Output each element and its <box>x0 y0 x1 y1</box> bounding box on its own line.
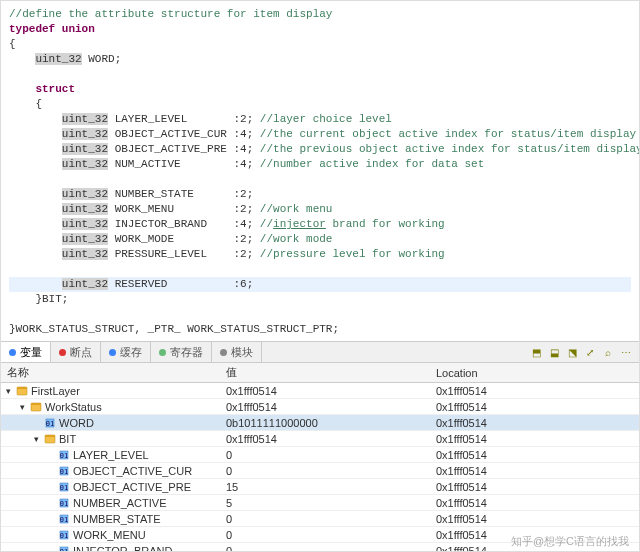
code-comment: //work mode <box>260 233 333 245</box>
svg-text:01: 01 <box>46 420 54 428</box>
code-type: uint_32 <box>62 203 108 215</box>
table-row[interactable]: 01OBJECT_ACTIVE_CUR00x1fff0514 <box>1 463 639 479</box>
row-value[interactable]: 0x1fff0514 <box>226 385 436 397</box>
code-comment: //define the attribute structure for ite… <box>9 8 332 20</box>
toolbar-icon[interactable]: ⋯ <box>619 345 633 359</box>
row-value[interactable]: 0 <box>226 465 436 477</box>
column-value[interactable]: 值 <box>226 365 436 380</box>
svg-text:01: 01 <box>60 484 68 492</box>
code-bits: :2; <box>233 203 259 215</box>
code-comment: //pressure level for working <box>260 248 445 260</box>
struct-icon <box>43 433 57 445</box>
code-type: uint_32 <box>62 188 108 200</box>
row-value[interactable]: 0 <box>226 529 436 541</box>
table-row[interactable]: ▾WorkStatus0x1fff05140x1fff0514 <box>1 399 639 415</box>
svg-text:01: 01 <box>60 452 68 460</box>
row-value[interactable]: 5 <box>226 497 436 509</box>
svg-rect-7 <box>45 435 55 437</box>
twisty-icon[interactable]: ▾ <box>15 402 29 412</box>
row-value[interactable]: 0b1011111000000 <box>226 417 436 429</box>
tab-registers[interactable]: 寄存器 <box>151 342 212 362</box>
row-name: FirstLayer <box>31 385 80 397</box>
code-id: OBJECT_ACTIVE_CUR <box>108 128 233 140</box>
code-id: NUM_ACTIVE <box>108 158 233 170</box>
row-location: 0x1fff0514 <box>436 529 639 541</box>
row-name: NUMBER_ACTIVE <box>73 497 167 509</box>
column-name[interactable]: 名称 <box>1 365 226 380</box>
code-keyword: typedef union <box>9 23 95 35</box>
svg-text:01: 01 <box>60 548 68 553</box>
toolbar-icon[interactable]: ⬔ <box>565 345 579 359</box>
close-icon[interactable] <box>9 349 16 356</box>
row-name: OBJECT_ACTIVE_PRE <box>73 481 191 493</box>
table-row[interactable]: 01OBJECT_ACTIVE_PRE150x1fff0514 <box>1 479 639 495</box>
row-name: WORK_MENU <box>73 529 146 541</box>
toolbar-icon[interactable]: ⤢ <box>583 345 597 359</box>
code-comment: //injector brand for working <box>260 218 445 230</box>
tab-cache[interactable]: 缓存 <box>101 342 151 362</box>
code-bits: :4; <box>233 218 259 230</box>
table-row[interactable]: 01NUMBER_ACTIVE50x1fff0514 <box>1 495 639 511</box>
table-row[interactable]: 01INJECTOR_BRAND00x1fff0514 <box>1 543 639 552</box>
field-icon: 01 <box>57 529 71 541</box>
code-comment: //number active index for data set <box>260 158 484 170</box>
tab-label: 断点 <box>70 345 92 360</box>
row-name: NUMBER_STATE <box>73 513 161 525</box>
row-value[interactable]: 0 <box>226 449 436 461</box>
code-comment: //the previous object active index for s… <box>260 143 640 155</box>
row-value[interactable]: 0x1fff0514 <box>226 433 436 445</box>
table-row[interactable]: 01NUMBER_STATE00x1fff0514 <box>1 511 639 527</box>
row-name: INJECTOR_BRAND <box>73 545 172 553</box>
variables-header: 名称 值 Location <box>1 363 639 383</box>
row-value[interactable]: 15 <box>226 481 436 493</box>
table-row[interactable]: ▾BIT0x1fff05140x1fff0514 <box>1 431 639 447</box>
tab-label: 变量 <box>20 345 42 360</box>
svg-text:01: 01 <box>60 532 68 540</box>
code-editor[interactable]: //define the attribute structure for ite… <box>1 1 639 341</box>
tab-label: 缓存 <box>120 345 142 360</box>
code-bits: :4; <box>233 158 259 170</box>
toolbar-icon[interactable]: ⌕ <box>601 345 615 359</box>
toolbar-icon[interactable]: ⬒ <box>529 345 543 359</box>
toolbar-icon[interactable]: ⬓ <box>547 345 561 359</box>
row-name: BIT <box>59 433 76 445</box>
row-location: 0x1fff0514 <box>436 401 639 413</box>
code-id: PRESSURE_LEVEL <box>108 248 233 260</box>
module-icon <box>220 349 227 356</box>
code-comment: //the current object active index for st… <box>260 128 636 140</box>
column-location[interactable]: Location <box>436 367 639 379</box>
table-row[interactable]: ▾FirstLayer0x1fff05140x1fff0514 <box>1 383 639 399</box>
tab-breakpoints[interactable]: 断点 <box>51 342 101 362</box>
twisty-icon[interactable]: ▾ <box>1 386 15 396</box>
row-value[interactable]: 0 <box>226 545 436 553</box>
row-value[interactable]: 0x1fff0514 <box>226 401 436 413</box>
tab-modules[interactable]: 模块 <box>212 342 262 362</box>
table-row[interactable]: 01WORK_MENU00x1fff0514 <box>1 527 639 543</box>
code-type: uint_32 <box>62 128 108 140</box>
code-type: uint_32 <box>35 53 81 65</box>
row-location: 0x1fff0514 <box>436 385 639 397</box>
table-row[interactable]: 01LAYER_LEVEL00x1fff0514 <box>1 447 639 463</box>
code-bits: :4; <box>233 128 259 140</box>
tab-variables[interactable]: 变量 <box>1 342 51 362</box>
code-keyword: struct <box>35 83 75 95</box>
svg-rect-3 <box>31 403 41 405</box>
svg-text:01: 01 <box>60 468 68 476</box>
code-bits: :2; <box>233 113 259 125</box>
row-location: 0x1fff0514 <box>436 449 639 461</box>
table-row[interactable]: 01WORD0b10111110000000x1fff0514 <box>1 415 639 431</box>
code-id: WORK_MENU <box>108 203 233 215</box>
code-id: OBJECT_ACTIVE_PRE <box>108 143 233 155</box>
variables-grid[interactable]: ▾FirstLayer0x1fff05140x1fff0514▾WorkStat… <box>1 383 639 552</box>
cache-icon <box>109 349 116 356</box>
code-comment: //layer choice level <box>260 113 392 125</box>
row-location: 0x1fff0514 <box>436 465 639 477</box>
svg-text:01: 01 <box>60 500 68 508</box>
twisty-icon[interactable]: ▾ <box>29 434 43 444</box>
row-name: WORD <box>59 417 94 429</box>
code-id: WORK_MODE <box>108 233 233 245</box>
row-location: 0x1fff0514 <box>436 497 639 509</box>
row-value[interactable]: 0 <box>226 513 436 525</box>
register-icon <box>159 349 166 356</box>
code-id: WORD; <box>82 53 122 65</box>
